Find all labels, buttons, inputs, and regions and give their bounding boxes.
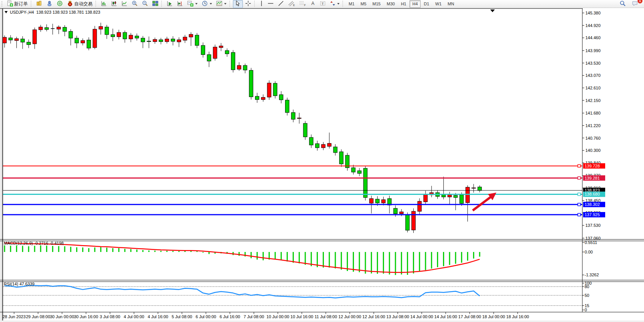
vertical-line-button[interactable] [258,0,265,8]
line-handle[interactable] [578,214,580,216]
tick-chart-button[interactable] [34,0,44,8]
timeframe-m15[interactable]: M15 [370,0,383,8]
candle-body [171,39,175,41]
candle-body [411,211,415,230]
candle-body [466,187,470,203]
ohlc-quote-label: 138.923 138.923 138.781 138.823 [36,10,100,14]
candle-body [93,29,97,48]
timeframe-m30[interactable]: M30 [384,0,397,8]
candle-body [381,200,385,203]
timeframe-m1[interactable]: M1 [346,0,357,8]
candle-body [21,39,24,42]
timeframe-w1[interactable]: W1 [433,0,445,8]
time-tick-label: 14 Jul 16:00 [434,314,457,319]
bar-chart-button[interactable] [99,0,109,8]
candle-body [418,201,421,211]
time-tick-label: 18 Jul 16:00 [506,314,529,319]
arrow-annotation[interactable] [473,197,491,210]
periods-clock-button[interactable] [200,0,214,8]
line-chart-button[interactable] [120,0,129,8]
cursor-button[interactable] [233,0,243,8]
new-order-button[interactable]: 新订单 [5,0,30,8]
macd-signal-line [5,243,480,272]
auto-scroll-button[interactable] [165,0,175,8]
candle-body [207,55,211,61]
candle-body [424,194,427,202]
chart-window[interactable]: USDJPY-,H4 138.923 138.923 138.781 138.8… [0,8,644,322]
line-handle[interactable] [578,203,580,206]
dropdown-arrow-icon [210,3,212,5]
candle-body [69,31,73,38]
line-handle[interactable] [578,193,580,196]
candle-body [448,195,451,197]
candle-body [39,27,43,30]
tile-windows-button[interactable] [150,0,160,8]
templates-button[interactable] [214,0,228,8]
candle-body [406,215,410,230]
candle-body [231,53,235,70]
candle-body [159,40,163,41]
text-label-button[interactable]: T [318,0,328,8]
search-button[interactable] [618,0,628,8]
line-handle[interactable] [578,177,580,179]
horizontal-line-button[interactable] [266,0,276,8]
price-badge-label: 139.281 [585,176,600,180]
timeframe-h4[interactable]: H4 [410,0,420,8]
price-badge-label: 137.925 [585,212,600,217]
timeframe-mn[interactable]: MN [445,0,457,8]
trendline-button[interactable] [276,0,286,8]
new-order-icon [7,0,13,8]
candle-body [261,97,265,100]
equidistant-channel-button[interactable]: E [286,0,297,8]
crosshair-button[interactable] [243,0,253,8]
auto-trading-button[interactable]: 自动交易 [65,0,94,8]
candle-body [141,38,145,42]
candle-body [273,83,277,96]
fibonacci-button[interactable]: F [297,0,308,8]
chart-canvas[interactable]: 145.380144.920144.460143.990143.530143.0… [0,8,644,322]
notifications-button[interactable]: 1 [630,0,640,8]
signals-button[interactable] [55,0,65,8]
price-badge-label: 139.728 [585,164,600,168]
chart-shift-marker[interactable] [490,10,495,12]
line-handle[interactable] [578,164,580,167]
candle-body [357,171,361,174]
new-chart-icon [187,0,193,8]
time-tick-label: 5 Jul 08:00 [172,314,192,319]
rsi-tick-label: 15 [585,303,589,308]
price-tick-label: 141.220 [585,123,601,128]
candle-body [237,65,241,69]
separator [161,1,164,7]
time-tick-label: 14 Jul 00:00 [410,314,433,319]
zoom-out-button[interactable] [140,0,150,8]
candle-body [153,40,157,42]
timeframe-h1[interactable]: H1 [398,0,409,8]
candle-body [123,32,127,39]
collapse-icon[interactable] [5,11,8,13]
price-tick-label: 137.060 [585,236,601,241]
new-chart-button[interactable] [185,0,199,8]
svg-text:E: E [293,4,295,6]
arrows-button[interactable] [328,0,341,8]
macd-indicator-label: MACD(12,26,9) -0.2716 -0.4198 [4,241,64,245]
market-watch-button[interactable] [45,0,54,8]
candle-body [472,188,475,188]
timeframe-d1[interactable]: D1 [421,0,432,8]
candle-body [177,40,181,42]
toolbar-grip[interactable] [2,1,4,6]
candle-body [478,187,481,190]
zoom-in-button[interactable] [130,0,140,8]
candle-body [267,83,271,97]
text-button[interactable]: A [308,0,317,8]
time-tick-label: 12 Jul 16:00 [362,314,385,319]
candlestick-chart-icon [111,0,117,8]
timeframe-m5[interactable]: M5 [358,0,369,8]
chart-shift-button[interactable] [175,0,185,8]
candlestick-chart-button[interactable] [109,0,119,8]
candle-body [183,37,187,40]
candle-body [9,38,13,40]
separator [31,1,33,7]
notification-badge: 1 [638,0,642,3]
arrows-icon [330,0,335,8]
text-label-icon: T [320,0,326,8]
